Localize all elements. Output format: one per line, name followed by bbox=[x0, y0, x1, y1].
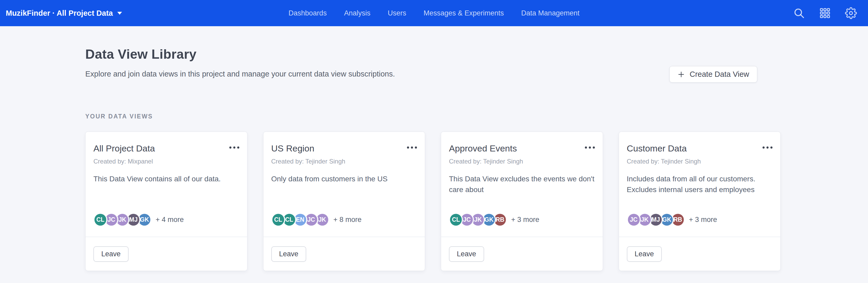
page-subtitle: Explore and join data views in this proj… bbox=[85, 70, 395, 78]
card-members: JC JK MJ GK RB + 3 more bbox=[627, 213, 773, 227]
data-view-card-all-project-data: All Project Data Created by: Mixpanel Th… bbox=[85, 132, 247, 271]
dot-icon bbox=[237, 146, 239, 149]
dot-icon bbox=[770, 146, 773, 149]
project-selector-label: MuzikFinder · All Project Data bbox=[6, 9, 113, 17]
dot-icon bbox=[233, 146, 236, 149]
nav-item-analysis[interactable]: Analysis bbox=[344, 9, 371, 17]
avatar: CL bbox=[93, 213, 107, 227]
page-content: Data View Library Explore and join data … bbox=[0, 26, 868, 271]
more-members-label: + 4 more bbox=[156, 216, 184, 224]
dot-icon bbox=[589, 146, 591, 149]
leave-button[interactable]: Leave bbox=[449, 246, 484, 262]
card-menu-button[interactable] bbox=[585, 143, 595, 149]
dot-icon bbox=[767, 146, 769, 149]
card-footer: Leave bbox=[93, 237, 239, 271]
card-title: Approved Events bbox=[449, 143, 517, 153]
data-view-card-customer-data: Customer Data Created by: Tejinder Singh… bbox=[619, 132, 781, 271]
page-title: Data View Library bbox=[85, 47, 395, 62]
plus-icon bbox=[678, 71, 685, 78]
avatar: CL bbox=[271, 213, 285, 227]
avatar: CL bbox=[449, 213, 463, 227]
card-head: US Region bbox=[271, 143, 417, 153]
card-title: US Region bbox=[271, 143, 314, 153]
card-menu-button[interactable] bbox=[763, 143, 773, 149]
dot-icon bbox=[407, 146, 409, 149]
card-footer: Leave bbox=[449, 237, 595, 271]
card-footer: Leave bbox=[627, 237, 773, 271]
data-view-card-us-region: US Region Created by: Tejinder Singh Onl… bbox=[263, 132, 425, 271]
more-members-label: + 3 more bbox=[511, 216, 539, 224]
section-label-your-data-views: YOUR DATA VIEWS bbox=[85, 113, 781, 120]
card-head: Approved Events bbox=[449, 143, 595, 153]
settings-gear-icon bbox=[845, 7, 857, 19]
search-button[interactable] bbox=[793, 7, 805, 19]
apps-grid-button[interactable] bbox=[819, 7, 831, 19]
card-members: CL JC JK MJ GK + 4 more bbox=[93, 213, 239, 227]
card-created-by: Created by: Tejinder Singh bbox=[449, 158, 595, 165]
nav-item-users[interactable]: Users bbox=[388, 9, 406, 17]
main-nav: Dashboards Analysis Users Messages & Exp… bbox=[289, 9, 580, 17]
create-data-view-label: Create Data View bbox=[689, 70, 749, 79]
card-description: This Data View excludes the events we do… bbox=[449, 174, 595, 213]
top-nav-bar: MuzikFinder · All Project Data Dashboard… bbox=[0, 0, 868, 26]
nav-icon-group bbox=[793, 7, 857, 19]
search-icon bbox=[793, 7, 805, 19]
card-menu-button[interactable] bbox=[229, 143, 239, 149]
dot-icon bbox=[229, 146, 231, 149]
dot-icon bbox=[415, 146, 417, 149]
chevron-down-icon bbox=[117, 11, 122, 15]
leave-button[interactable]: Leave bbox=[271, 246, 307, 262]
apps-grid-icon bbox=[819, 7, 831, 19]
card-title: Customer Data bbox=[627, 143, 687, 153]
nav-item-dashboards[interactable]: Dashboards bbox=[289, 9, 327, 17]
nav-item-data-management[interactable]: Data Management bbox=[521, 9, 579, 17]
settings-button[interactable] bbox=[845, 7, 857, 19]
card-created-by: Created by: Mixpanel bbox=[93, 158, 239, 165]
card-title: All Project Data bbox=[93, 143, 155, 153]
dot-icon bbox=[593, 146, 595, 149]
page-header-text: Data View Library Explore and join data … bbox=[85, 26, 395, 78]
leave-button[interactable]: Leave bbox=[627, 246, 662, 262]
card-description: This Data View contains all of our data. bbox=[93, 174, 239, 213]
card-footer: Leave bbox=[271, 237, 417, 271]
card-description: Only data from customers in the US bbox=[271, 174, 417, 213]
card-head: All Project Data bbox=[93, 143, 239, 153]
card-description: Includes data from all of our customers.… bbox=[627, 174, 773, 213]
card-members: CL CL EN JC JK + 8 more bbox=[271, 213, 417, 227]
nav-item-messages-experiments[interactable]: Messages & Experiments bbox=[424, 9, 504, 17]
avatar: JC bbox=[627, 213, 641, 227]
more-members-label: + 3 more bbox=[689, 216, 717, 224]
card-members: CL JC JK GK RB + 3 more bbox=[449, 213, 595, 227]
dot-icon bbox=[411, 146, 413, 149]
card-menu-button[interactable] bbox=[407, 143, 417, 149]
data-view-cards-row: All Project Data Created by: Mixpanel Th… bbox=[85, 132, 781, 271]
dot-icon bbox=[763, 146, 765, 149]
data-view-card-approved-events: Approved Events Created by: Tejinder Sin… bbox=[441, 132, 603, 271]
dot-icon bbox=[585, 146, 587, 149]
more-members-label: + 8 more bbox=[334, 216, 362, 224]
card-created-by: Created by: Tejinder Singh bbox=[271, 158, 417, 165]
leave-button[interactable]: Leave bbox=[93, 246, 129, 262]
card-created-by: Created by: Tejinder Singh bbox=[627, 158, 773, 165]
page-header: Data View Library Explore and join data … bbox=[85, 26, 781, 78]
create-data-view-button[interactable]: Create Data View bbox=[670, 66, 757, 82]
project-selector[interactable]: MuzikFinder · All Project Data bbox=[6, 9, 122, 17]
card-head: Customer Data bbox=[627, 143, 773, 153]
